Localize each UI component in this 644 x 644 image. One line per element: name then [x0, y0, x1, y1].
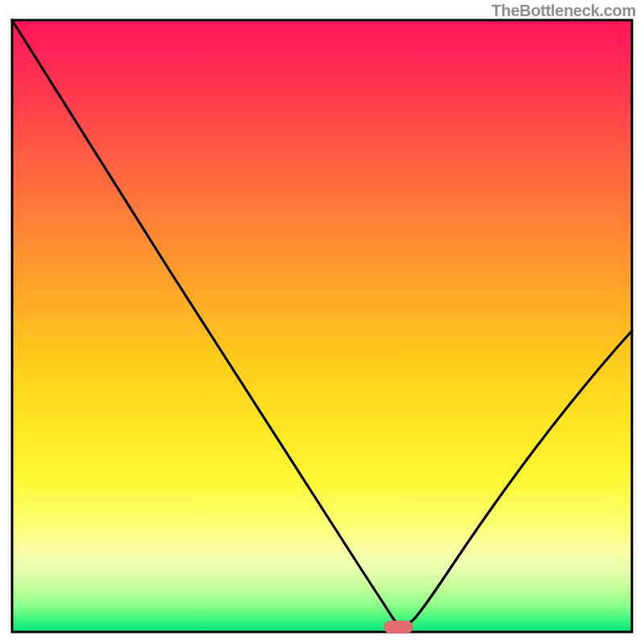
plot-background — [12, 20, 632, 632]
attribution-label: TheBottleneck.com — [492, 2, 636, 20]
chart-container: TheBottleneck.com — [0, 0, 644, 644]
optimal-point-marker — [384, 621, 413, 634]
bottleneck-chart — [0, 0, 644, 644]
